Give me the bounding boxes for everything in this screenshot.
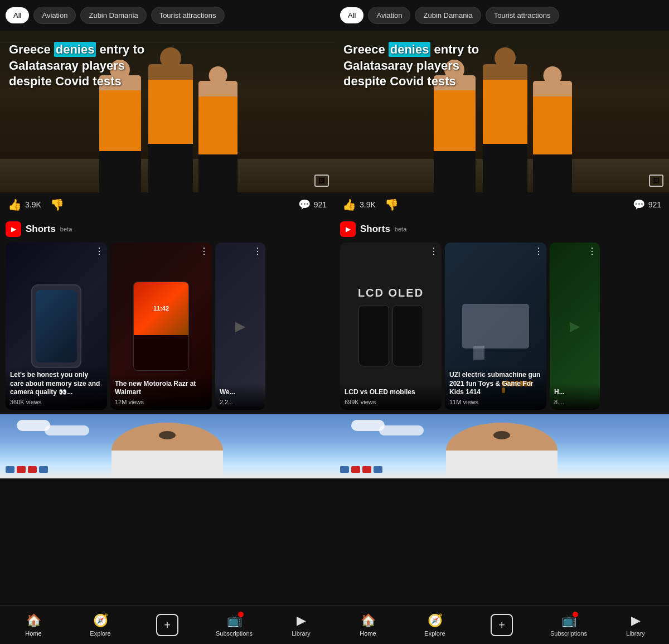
short-menu-right-1[interactable]: ⋮ <box>429 246 438 256</box>
main-video-card-left[interactable]: Greece denies entry toGalatasaray player… <box>0 31 334 217</box>
moto-phone-left: 11:42 <box>133 282 189 371</box>
short-desc-motorola-left: The new Motorola Razr at Walmart <box>115 380 207 397</box>
short-desc-lcd-right: LCD vs OLED mobiles <box>345 388 437 397</box>
left-panel: All Aviation Zubin Damania Tourist attra… <box>0 0 334 644</box>
short-desc-memory-left: Let's be honest you only care about memo… <box>10 371 103 397</box>
highlight-word-right: denies <box>389 42 431 57</box>
next-video-face-right <box>446 423 558 478</box>
nav-home-left[interactable]: 🏠 Home <box>0 613 67 637</box>
filter-bar-left: All Aviation Zubin Damania Tourist attra… <box>0 0 334 31</box>
comment-icon-right: 💬 <box>633 198 645 211</box>
filter-chip-tourist-right[interactable]: Tourist attractions <box>486 7 559 24</box>
video-thumbnail-left: Greece denies entry toGalatasaray player… <box>0 31 334 192</box>
nav-explore-left[interactable]: 🧭 Explore <box>67 613 134 637</box>
shorts-grid-right: LCD OLED ⋮ LCD vs OLED mobiles 699K view… <box>340 243 669 410</box>
subscription-badge-left <box>238 612 244 617</box>
short-info-motorola-left: The new Motorola Razr at Walmart 12M vie… <box>110 375 212 410</box>
filter-chip-aviation-right[interactable]: Aviation <box>368 7 410 24</box>
video-title-left: Greece denies entry toGalatasaray player… <box>9 42 312 90</box>
nav-explore-right[interactable]: 🧭 Explore <box>401 613 468 637</box>
nav-subscriptions-right[interactable]: 📺 Subscriptions <box>535 613 602 637</box>
home-icon-right: 🏠 <box>361 613 376 628</box>
shorts-title-left: Shorts <box>26 224 56 235</box>
like-button-left[interactable]: 👍 3.9K <box>8 198 41 211</box>
comment-button-left[interactable]: 💬 921 <box>298 198 327 211</box>
short-menu-left-1[interactable]: ⋮ <box>95 246 104 256</box>
short-views-uzi-right: 11M views <box>449 399 542 405</box>
phone-shape-left <box>31 284 81 368</box>
main-video-card-right[interactable]: Greece denies entry toGalatasaray player… <box>334 31 669 217</box>
shorts-logo-right <box>340 221 356 237</box>
like-button-right[interactable]: 👍 3.9K <box>342 198 376 211</box>
short-card-partial-left[interactable]: ▶ ⋮ We... 2.2... <box>215 243 265 410</box>
nav-library-right[interactable]: ▶ Library <box>602 613 669 637</box>
shorts-grid-left: ⋮ Let's be honest you only care about me… <box>6 243 334 410</box>
filter-chip-all-left[interactable]: All <box>6 7 29 23</box>
shorts-section-left: Shorts beta ⋮ Let's be honest you only c… <box>0 217 334 414</box>
filter-chip-all-right[interactable]: All <box>340 7 363 23</box>
short-menu-left-3[interactable]: ⋮ <box>253 246 262 256</box>
short-desc-partial-left: We... <box>220 388 261 397</box>
short-info-partial-right: H... 8.... <box>550 384 600 410</box>
short-card-uzi-right[interactable]: ⋮ UZI electric submachine gun 2021 fun T… <box>445 243 546 410</box>
short-menu-right-3[interactable]: ⋮ <box>588 246 597 256</box>
lcd-label-right: LCD OLED <box>358 287 424 299</box>
nav-library-left[interactable]: ▶ Library <box>268 613 334 637</box>
video-title-right: Greece denies entry toGalatasaray player… <box>343 42 647 90</box>
moto-time-left: 11:42 <box>153 305 169 312</box>
dislike-button-right[interactable]: 👎 <box>385 198 399 211</box>
short-card-lcd-right[interactable]: LCD OLED ⋮ LCD vs OLED mobiles 699K view… <box>340 243 442 410</box>
plus-icon-right: + <box>498 619 505 631</box>
nav-explore-label-left: Explore <box>90 630 110 637</box>
image-type-icon-right <box>649 175 663 187</box>
bottom-nav-right: 🏠 Home 🧭 Explore + 📺 Subscriptions ▶ Lib… <box>334 605 669 644</box>
nav-add-left[interactable]: + <box>134 614 201 636</box>
shorts-logo-left <box>6 221 21 237</box>
short-menu-left-2[interactable]: ⋮ <box>200 246 209 256</box>
short-card-partial-right[interactable]: ▶ ⋮ H... 8.... <box>550 243 600 410</box>
next-video-preview-left[interactable] <box>0 414 334 478</box>
filter-chip-tourist-left[interactable]: Tourist attractions <box>151 7 225 24</box>
subscriptions-icon-left: 📺 <box>227 613 242 628</box>
moto-bottom-left <box>134 335 188 370</box>
video-thumbnail-right: Greece denies entry toGalatasaray player… <box>334 31 669 192</box>
filter-bar-right: All Aviation Zubin Damania Tourist attra… <box>334 0 669 31</box>
nav-home-right[interactable]: 🏠 Home <box>334 613 401 637</box>
next-video-preview-right[interactable] <box>334 414 669 478</box>
add-button-right[interactable]: + <box>491 614 513 636</box>
thumbs-up-icon-left: 👍 <box>8 198 22 211</box>
add-button-left[interactable]: + <box>156 614 178 636</box>
dislike-button-left[interactable]: 👎 <box>50 198 64 211</box>
short-desc-uzi-right: UZI electric submachine gun 2021 fun Toy… <box>449 371 542 397</box>
filter-chip-aviation-left[interactable]: Aviation <box>33 7 76 24</box>
comment-icon-left: 💬 <box>298 198 311 211</box>
lcd-phone-left <box>358 305 389 366</box>
nav-subscriptions-left[interactable]: 📺 Subscriptions <box>201 613 268 637</box>
nav-library-label-right: Library <box>626 630 645 637</box>
nav-library-label-left: Library <box>292 630 311 637</box>
short-views-memory-left: 360K views <box>10 399 103 405</box>
plus-icon-left: + <box>164 619 171 631</box>
short-card-memory-left[interactable]: ⋮ Let's be honest you only care about me… <box>6 243 107 410</box>
right-panel: All Aviation Zubin Damania Tourist attra… <box>334 0 669 644</box>
comment-button-right[interactable]: 💬 921 <box>633 198 661 211</box>
short-card-motorola-left[interactable]: 11:42 ⋮ The new Motorola Razr at Walmart… <box>110 243 212 410</box>
lcd-phones-right <box>358 305 423 366</box>
filter-chip-zubin-left[interactable]: Zubin Damania <box>80 7 146 24</box>
video-overlay-left: Greece denies entry toGalatasaray player… <box>9 42 312 90</box>
highlight-word-left: denies <box>54 42 96 57</box>
short-info-uzi-right: UZI electric submachine gun 2021 fun Toy… <box>445 366 546 410</box>
filter-chip-zubin-right[interactable]: Zubin Damania <box>415 7 481 24</box>
uzi-gun-shape-right <box>462 304 529 348</box>
nav-home-label-right: Home <box>360 630 376 637</box>
nav-home-label-left: Home <box>25 630 41 637</box>
short-info-lcd-right: LCD vs OLED mobiles 699K views <box>340 384 442 410</box>
short-menu-right-2[interactable]: ⋮ <box>534 246 543 256</box>
nav-add-right[interactable]: + <box>468 614 535 636</box>
short-views-motorola-left: 12M views <box>115 399 207 405</box>
like-count-right: 3.9K <box>360 200 376 209</box>
nav-subscriptions-label-right: Subscriptions <box>550 630 587 637</box>
moto-screen-left: 11:42 <box>134 282 188 335</box>
shorts-beta-left: beta <box>60 226 72 233</box>
subscriptions-icon-right: 📺 <box>561 613 576 628</box>
